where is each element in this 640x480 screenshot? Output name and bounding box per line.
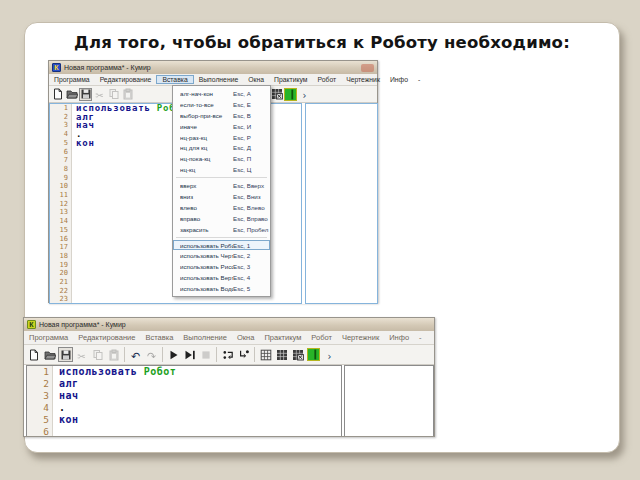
new-button[interactable] xyxy=(26,347,41,362)
menu-row-label: использовать Водолей xyxy=(180,285,233,292)
menu-row[interactable]: иначеEsc, И xyxy=(173,121,270,132)
copy-button[interactable] xyxy=(107,88,120,101)
menu-row[interactable]: нц для кцEsc, Д xyxy=(173,142,270,153)
line-number: 6 xyxy=(50,148,71,157)
paste-button[interactable] xyxy=(121,88,134,101)
menu-item-выполнение[interactable]: Выполнение xyxy=(194,76,244,83)
menu-row[interactable]: использовать РоботEsc, 1 xyxy=(173,240,270,251)
toolbar: ✂↶↷› xyxy=(24,345,434,365)
menu-row[interactable]: нц-кцEsc, Ц xyxy=(173,164,270,175)
paste-button[interactable] xyxy=(106,347,121,362)
line-number: 19 xyxy=(50,261,71,270)
menu-row[interactable]: выбор-при-всеEsc, В xyxy=(173,110,270,121)
menu-item-окна[interactable]: Окна xyxy=(243,76,269,83)
code-token: нач xyxy=(59,390,79,401)
open-icon xyxy=(44,349,56,361)
redo-button[interactable]: ↷ xyxy=(144,347,159,362)
menu-row[interactable]: нц-пока-кцEsc, П xyxy=(173,153,270,164)
titlebar[interactable]: К Новая программа* - Кумир xyxy=(49,61,377,74)
save-icon xyxy=(60,349,72,361)
menu-item-практикум[interactable]: Практикум xyxy=(259,333,306,342)
menu-item-редактирование[interactable]: Редактирование xyxy=(73,333,140,342)
menu-item-программа[interactable]: Программа xyxy=(24,333,73,342)
menu-row-label: если-то-все xyxy=(180,101,233,108)
menu-row[interactable]: использовать ВодолейEsc, 5 xyxy=(173,283,270,294)
cut-button[interactable]: ✂ xyxy=(74,347,89,362)
menu-item--[interactable]: - xyxy=(413,76,425,83)
menu-item-робот[interactable]: Робот xyxy=(306,333,337,342)
robot-toggle-button[interactable] xyxy=(284,88,297,101)
field-edit-button[interactable] xyxy=(290,347,305,362)
overflow-button[interactable]: › xyxy=(298,88,311,101)
step-over-button[interactable] xyxy=(220,347,235,362)
menu-row-shortcut: Esc, И xyxy=(233,123,266,130)
menu-item-инфо[interactable]: Инфо xyxy=(385,76,413,83)
run-step-button[interactable] xyxy=(182,347,197,362)
titlebar[interactable]: К Новая программа* - Кумир xyxy=(24,318,434,331)
new-icon xyxy=(52,88,64,100)
step-into-button[interactable] xyxy=(236,347,251,362)
code-text[interactable]: использовать Роботалгнач .кон xyxy=(53,366,341,437)
cut-button[interactable]: ✂ xyxy=(93,88,106,101)
menu-row[interactable]: влевоEsc, Влево xyxy=(173,202,270,213)
copy-button[interactable] xyxy=(90,347,105,362)
menu-item-вставка[interactable]: Вставка xyxy=(156,75,193,84)
windows-dark-button[interactable] xyxy=(274,347,289,362)
insert-menu-dropdown: алг-нач-конEsc, Аесли-то-всеEsc, Евыбор-… xyxy=(172,85,271,297)
close-icon[interactable] xyxy=(361,64,374,72)
menu-item-практикум[interactable]: Практикум xyxy=(269,76,312,83)
side-pane xyxy=(305,103,378,304)
robot-toggle-button[interactable] xyxy=(306,347,321,362)
field-edit-icon xyxy=(271,88,283,100)
menu-item-окна[interactable]: Окна xyxy=(232,333,259,342)
menu-row[interactable]: закраситьEsc, Пробел xyxy=(173,224,270,235)
field-edit-button[interactable] xyxy=(270,88,283,101)
menu-row[interactable]: использовать РисовательEsc, 3 xyxy=(173,261,270,272)
save-button[interactable] xyxy=(58,347,73,362)
menu-row-shortcut: Esc, Д xyxy=(233,144,266,151)
menu-row[interactable]: вправоEsc, Вправо xyxy=(173,213,270,224)
menu-row[interactable]: использовать ВертунEsc, 4 xyxy=(173,272,270,283)
paste-icon xyxy=(122,88,134,100)
menu-row-label: нц-кц xyxy=(180,166,233,173)
code-area[interactable]: 123456 использовать Роботалгнач .кон xyxy=(26,365,342,437)
menu-row[interactable]: внизEsc, Вниз xyxy=(173,191,270,202)
copy-icon xyxy=(108,88,120,100)
code-line: кон xyxy=(59,414,341,426)
menu-row-shortcut: Esc, Вниз xyxy=(233,193,266,200)
menu-row-shortcut: Esc, Ц xyxy=(233,166,266,173)
new-button[interactable] xyxy=(51,88,64,101)
menu-row[interactable]: вверхEsc, Вверх xyxy=(173,180,270,191)
windows-light-button[interactable] xyxy=(258,347,273,362)
menu-row-shortcut: Esc, Р xyxy=(233,134,266,141)
menu-row[interactable]: нц-раз-кцEsc, Р xyxy=(173,132,270,143)
line-number: 18 xyxy=(50,252,71,261)
menu-item-выполнение[interactable]: Выполнение xyxy=(178,333,232,342)
menu-item-вставка[interactable]: Вставка xyxy=(140,333,178,342)
code-token: кон xyxy=(76,138,95,148)
run-button[interactable] xyxy=(166,347,181,362)
robot-toggle-icon xyxy=(284,88,297,101)
save-button[interactable] xyxy=(79,88,92,101)
open-button[interactable] xyxy=(42,347,57,362)
menu-row-shortcut: Esc, Е xyxy=(233,101,266,108)
toolbar-separator xyxy=(162,347,163,362)
menu-row[interactable]: алг-нач-конEsc, А xyxy=(173,88,270,99)
menu-item-чертежник[interactable]: Чертежник xyxy=(341,76,385,83)
menu-item-программа[interactable]: Программа xyxy=(49,76,95,83)
menu-item-робот[interactable]: Робот xyxy=(312,76,341,83)
menu-item--[interactable]: - xyxy=(414,333,427,342)
menu-item-инфо[interactable]: Инфо xyxy=(384,333,414,342)
overflow-button[interactable]: › xyxy=(322,347,337,362)
line-number: 13 xyxy=(50,208,71,217)
stop-button[interactable] xyxy=(198,347,213,362)
code-token: алг xyxy=(59,378,79,389)
menu-item-редактирование[interactable]: Редактирование xyxy=(95,76,157,83)
open-button[interactable] xyxy=(65,88,78,101)
menu-item-чертежник[interactable]: Чертежник xyxy=(337,333,384,342)
undo-button[interactable]: ↶ xyxy=(128,347,143,362)
line-number: 14 xyxy=(50,217,71,226)
menu-row[interactable]: если-то-всеEsc, Е xyxy=(173,99,270,110)
menu-row[interactable]: использовать ЧертежникEsc, 2 xyxy=(173,250,270,261)
toolbar-separator xyxy=(254,347,255,362)
